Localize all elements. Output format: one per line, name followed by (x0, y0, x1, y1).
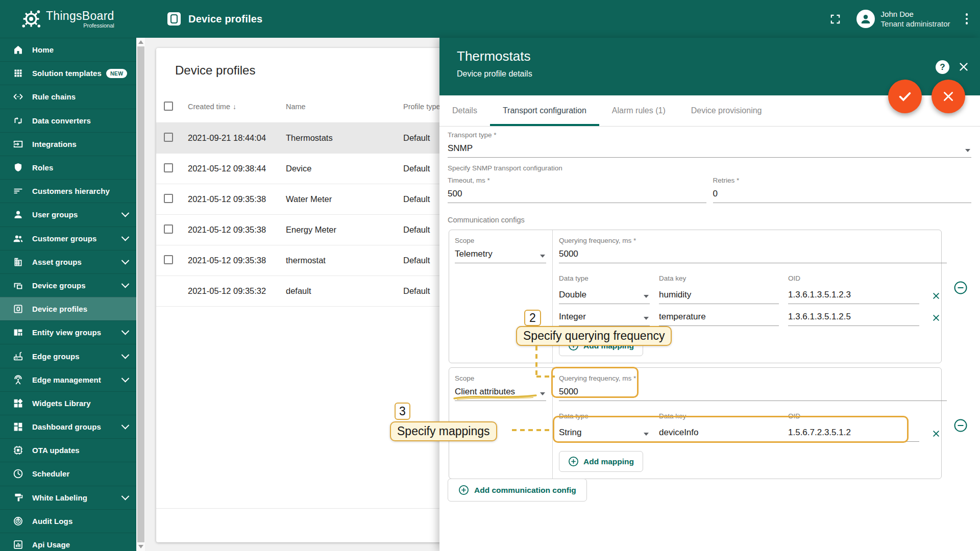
sidebar-item[interactable]: Scheduler (0, 462, 136, 485)
remove-mapping-button[interactable] (928, 310, 944, 325)
row-checkbox[interactable] (164, 255, 173, 264)
tab[interactable]: Details (439, 95, 490, 126)
sidebar-item-icon (13, 351, 23, 362)
sidebar-item-icon (13, 257, 23, 267)
sidebar-item[interactable]: Audit Logs (0, 509, 136, 533)
column-name[interactable]: Name (286, 103, 403, 111)
add-mapping-button[interactable]: Add mapping (559, 335, 643, 356)
app-logo[interactable]: ThingsBoard Professional (0, 0, 136, 38)
sidebar-item[interactable]: Data converters (0, 109, 136, 132)
sidebar-item[interactable]: Rule chains (0, 85, 136, 108)
sidebar-item-label: Asset groups (32, 258, 82, 266)
data-type-select[interactable]: Integer (559, 311, 650, 326)
mapping-rows: String deviceInfo 1.5.6.7.2.3.5.1.2 (559, 420, 947, 442)
discard-changes-button[interactable] (932, 80, 965, 113)
communication-config: Scope Telemetry Querying frequency, ms *… (449, 230, 942, 363)
sidebar-item-icon (13, 209, 23, 220)
cell-created-time: 2021-09-21 18:44:04 (188, 133, 286, 143)
sidebar-item-label: Integrations (32, 140, 77, 148)
row-checkbox[interactable] (164, 194, 173, 203)
communication-config: Scope Client attributes Querying frequen… (449, 367, 942, 479)
apply-changes-button[interactable] (888, 80, 922, 113)
panel-title: Thermostats (457, 38, 980, 64)
cell-created-time: 2021-05-12 09:35:38 (188, 256, 286, 265)
sidebar-item-label: Entity view groups (32, 328, 101, 337)
avatar[interactable] (856, 10, 875, 28)
sidebar-item[interactable]: Customers hierarchy (0, 179, 136, 203)
tab[interactable]: Alarm rules (1) (599, 95, 678, 126)
remove-mapping-button[interactable] (928, 288, 944, 304)
querying-frequency-field[interactable]: Querying frequency, ms * 5000 (559, 370, 947, 401)
sidebar-scrollbar[interactable] (136, 38, 145, 551)
sidebar-item[interactable]: Integrations (0, 132, 136, 156)
oid-input[interactable]: 1.3.6.1.3.5.1.2.3 (788, 289, 919, 304)
querying-frequency-field[interactable]: Querying frequency, ms * 5000 (559, 232, 947, 263)
more-options-icon[interactable] (964, 11, 970, 27)
sidebar-item[interactable]: Device groups (0, 273, 136, 297)
scroll-up-arrow-icon[interactable] (138, 40, 143, 44)
retries-field[interactable]: Retries * 0 (713, 172, 972, 203)
tab-label: Details (452, 106, 477, 115)
user-menu[interactable]: John Doe Tenant administrator (881, 9, 950, 29)
sidebar-item[interactable]: Dashboard groups (0, 415, 136, 438)
close-icon (932, 312, 941, 323)
sidebar-item-label: Solution templates (32, 69, 102, 78)
row-checkbox[interactable] (164, 163, 173, 172)
add-mapping-button[interactable]: Add mapping (559, 451, 643, 472)
sidebar-item[interactable]: Roles (0, 156, 136, 179)
remove-mapping-button[interactable] (928, 426, 944, 441)
fullscreen-icon[interactable] (829, 13, 841, 25)
sidebar-item-icon (13, 91, 23, 102)
sidebar-item[interactable]: Edge groups (0, 344, 136, 367)
sidebar-item[interactable]: Device profiles (0, 297, 136, 320)
data-key-input[interactable]: temperature (659, 311, 779, 326)
sidebar-item-label: Customers hierarchy (32, 187, 110, 195)
sidebar-item[interactable]: Api Usage (0, 533, 136, 551)
timeout-field[interactable]: Timeout, ms * 500 (448, 172, 706, 203)
sidebar-item[interactable]: Widgets Library (0, 391, 136, 415)
mapping-row: Double humidity 1.3.6.1.3.5.1.2.3 (559, 282, 947, 304)
sidebar-item[interactable]: Solution templates NEW (0, 61, 136, 85)
sidebar-item[interactable]: Entity view groups (0, 320, 136, 344)
sidebar-item-label: White Labeling (32, 493, 87, 502)
cell-name: default (286, 286, 403, 296)
page-title: Device profiles (188, 13, 262, 25)
sidebar-item-label: Home (32, 45, 54, 54)
scope-select[interactable]: Scope Telemetry (455, 232, 546, 263)
sidebar-item[interactable]: Edge management (0, 368, 136, 391)
data-type-select[interactable]: String (559, 427, 650, 442)
close-icon[interactable] (958, 61, 970, 73)
data-type-select[interactable]: Double (559, 289, 650, 304)
sidebar-item[interactable]: Asset groups (0, 250, 136, 273)
transport-type-select[interactable]: Transport type * SNMP (448, 127, 971, 158)
tab[interactable]: Device provisioning (678, 95, 775, 126)
dropdown-arrow-icon (965, 149, 970, 152)
sidebar-item-icon (13, 186, 23, 196)
sidebar-item[interactable]: OTA updates (0, 438, 136, 462)
scope-value: Client attributes (455, 386, 546, 401)
help-button[interactable]: ? (936, 60, 949, 74)
scroll-down-arrow-icon[interactable] (138, 545, 143, 548)
data-key-input[interactable]: humidity (659, 289, 779, 304)
select-all-checkbox[interactable] (164, 102, 173, 111)
sidebar-item[interactable]: User groups (0, 203, 136, 226)
check-icon (897, 89, 913, 104)
tab[interactable]: Transport configuration (490, 95, 599, 126)
oid-input[interactable]: 1.5.6.7.2.3.5.1.2 (788, 427, 919, 442)
minus-circle-icon (953, 418, 968, 433)
sidebar-item[interactable]: Home (0, 38, 136, 61)
oid-input[interactable]: 1.3.6.1.3.5.1.2.5 (788, 311, 919, 326)
row-checkbox[interactable] (164, 224, 173, 234)
remove-config-button[interactable] (953, 418, 968, 433)
remove-config-button[interactable] (953, 281, 968, 295)
add-communication-config-button[interactable]: Add communication config (448, 479, 587, 502)
sidebar-item-label: Device groups (32, 281, 86, 290)
mapping-row: String deviceInfo 1.5.6.7.2.3.5.1.2 (559, 420, 947, 442)
scope-select[interactable]: Scope Client attributes (455, 370, 546, 401)
row-checkbox[interactable] (164, 133, 173, 142)
sidebar-item[interactable]: White Labeling (0, 486, 136, 509)
column-created-time[interactable]: Created time ↓ (188, 103, 286, 111)
sidebar-scrollbar-thumb[interactable] (137, 46, 144, 542)
data-key-input[interactable]: deviceInfo (659, 427, 779, 442)
sidebar-item[interactable]: Customer groups (0, 227, 136, 250)
